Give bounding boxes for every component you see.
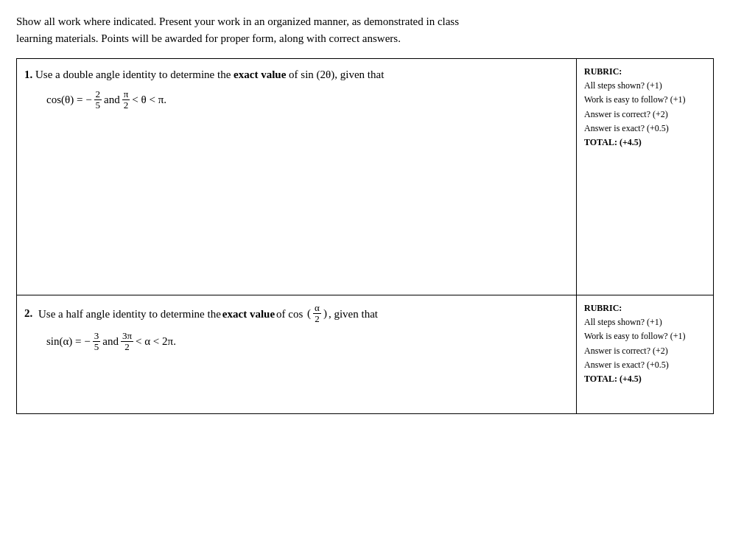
intro-paragraph: Show all work where indicated. Present y… — [16, 13, 714, 46]
q1-rubric-total: TOTAL: (+4.5) — [584, 136, 706, 150]
intro-line2: learning materials. Points will be award… — [16, 32, 401, 44]
question-2-condition: sin(α) = − 3 5 and 3π 2 < α < 2π. — [46, 331, 566, 353]
q1-text-start: Use a double angle identity to determine… — [35, 69, 234, 80]
q1-frac2-num: π — [122, 89, 130, 100]
q2-and: and — [102, 332, 119, 351]
question-1-rubric: RUBRIC: All steps shown? (+1) Work is ea… — [577, 59, 713, 295]
q1-rubric-item-3: Answer is exact? (+0.5) — [584, 122, 706, 136]
question-1-main: 1. Use a double angle identity to determ… — [17, 59, 577, 295]
q2-text-start: Use a half angle identity to determine t… — [38, 306, 221, 323]
q2-sin-expr: sin(α) = − — [46, 332, 91, 351]
q1-frac1-den: 5 — [94, 100, 102, 111]
q2-frac2: 3π 2 — [121, 331, 133, 353]
q2-frac1: 3 5 — [93, 331, 101, 353]
q2-open-paren: ( — [307, 307, 311, 320]
q2-frac1-den: 5 — [93, 342, 101, 352]
q2-frac2-num: 3π — [121, 331, 133, 342]
q1-text-end: of sin (2θ), given that — [286, 69, 384, 80]
q1-and: and — [104, 90, 120, 110]
q1-rubric-item-1: Work is easy to follow? (+1) — [584, 93, 706, 107]
q1-cos-expr: cos(θ) = − — [46, 90, 92, 110]
q2-paren-frac-den: 2 — [313, 314, 321, 324]
q1-frac2-den: 2 — [122, 100, 130, 111]
intro-line1: Show all work where indicated. Present y… — [16, 15, 459, 27]
question-2-rubric: RUBRIC: All steps shown? (+1) Work is ea… — [577, 295, 713, 413]
question-2-main: 2. Use a half angle identity to determin… — [17, 295, 577, 413]
q1-bold-text: exact value — [234, 69, 286, 80]
q2-rubric-item-0: All steps shown? (+1) — [584, 315, 706, 329]
q2-close-paren: ) — [323, 307, 327, 320]
q2-paren-frac: α 2 — [313, 303, 321, 325]
q2-rubric-item-1: Work is easy to follow? (+1) — [584, 329, 706, 343]
q2-inequality: < α < 2π. — [136, 332, 176, 351]
question-1-condition: cos(θ) = − 2 5 and π 2 < θ < π. — [46, 89, 566, 111]
q2-rubric-title: RUBRIC: — [584, 301, 706, 315]
q2-frac2-den: 2 — [123, 342, 131, 352]
question-1-text: 1. Use a double angle identity to determ… — [24, 66, 566, 83]
q2-rubric-item-3: Answer is exact? (+0.5) — [584, 358, 706, 372]
q1-rubric-item-2: Answer is correct? (+2) — [584, 108, 706, 122]
q1-frac1: 2 5 — [94, 89, 102, 111]
q1-number: 1. — [24, 69, 32, 80]
question-2-text: 2. Use a half angle identity to determin… — [24, 303, 566, 325]
questions-container: 1. Use a double angle identity to determ… — [16, 58, 714, 414]
q2-paren-frac-num: α — [313, 303, 321, 314]
q2-rubric-total: TOTAL: (+4.5) — [584, 372, 706, 386]
q2-text-after-frac: , given that — [329, 306, 378, 323]
q2-text-end: of cos — [276, 306, 306, 323]
q1-inequality: < θ < π. — [132, 90, 166, 110]
q1-rubric-item-0: All steps shown? (+1) — [584, 79, 706, 93]
q2-frac1-num: 3 — [93, 331, 101, 342]
q1-frac1-num: 2 — [94, 89, 102, 100]
q2-rubric-item-2: Answer is correct? (+2) — [584, 344, 706, 358]
question-2-row: 2. Use a half angle identity to determin… — [17, 295, 713, 413]
q1-frac2: π 2 — [122, 89, 130, 111]
q2-number: 2. — [24, 307, 32, 320]
question-1-row: 1. Use a double angle identity to determ… — [17, 59, 713, 295]
q2-bold-text: exact value — [222, 306, 275, 323]
q1-rubric-title: RUBRIC: — [584, 65, 706, 79]
